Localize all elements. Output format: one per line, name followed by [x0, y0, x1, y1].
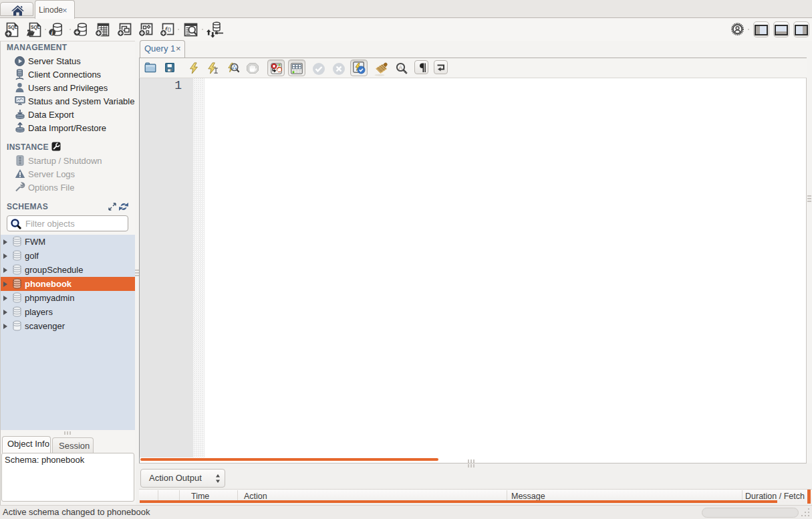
- svg-text:(): (): [168, 26, 172, 32]
- svg-text:SQL: SQL: [8, 25, 17, 30]
- svg-text:A: A: [399, 64, 403, 71]
- svg-text:SQL: SQL: [31, 25, 40, 30]
